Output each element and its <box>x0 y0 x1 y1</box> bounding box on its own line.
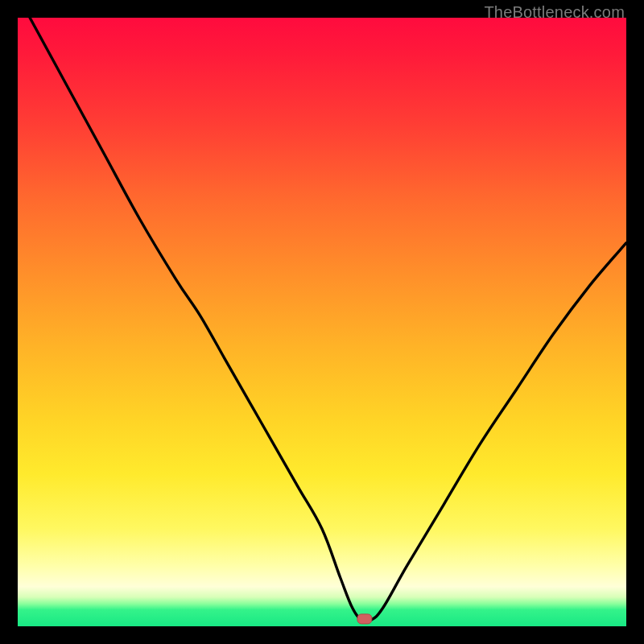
curve-layer <box>18 18 626 626</box>
plot-area <box>18 18 626 626</box>
bottleneck-curve-path <box>30 18 626 622</box>
chart-frame: TheBottleneck.com <box>0 0 644 644</box>
minimum-marker <box>357 614 372 624</box>
